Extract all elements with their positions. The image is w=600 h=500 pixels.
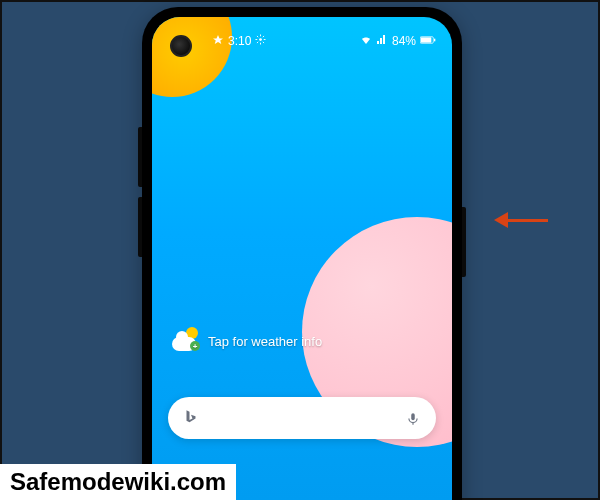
wifi-icon	[360, 34, 372, 49]
punch-hole-camera	[170, 35, 192, 57]
watermark: Safemodewiki.com	[0, 464, 236, 500]
tutorial-frame: 3:10 84%	[0, 0, 600, 500]
power-button[interactable]	[462, 207, 466, 277]
phone-screen[interactable]: 3:10 84%	[152, 17, 452, 500]
volume-down-button[interactable]	[138, 197, 142, 257]
status-bar[interactable]: 3:10 84%	[152, 29, 452, 53]
pointer-arrow	[494, 212, 548, 228]
battery-percent: 84%	[392, 34, 416, 48]
settings-icon	[255, 34, 266, 48]
bing-icon	[182, 408, 202, 428]
battery-icon	[420, 34, 436, 48]
svg-rect-2	[421, 37, 432, 42]
microphone-icon[interactable]	[406, 410, 422, 426]
weather-label: Tap for weather info	[208, 334, 322, 349]
notification-icon	[212, 34, 224, 49]
weather-cloud-icon: +	[172, 327, 200, 355]
clock-time: 3:10	[228, 34, 251, 48]
volume-up-button[interactable]	[138, 127, 142, 187]
svg-point-0	[259, 38, 262, 41]
svg-rect-4	[411, 413, 415, 420]
svg-rect-3	[434, 39, 435, 42]
status-right: 84%	[360, 34, 436, 49]
weather-widget[interactable]: + Tap for weather info	[172, 327, 322, 355]
search-bar[interactable]	[168, 397, 436, 439]
status-left: 3:10	[212, 34, 266, 49]
signal-icon	[376, 34, 388, 49]
phone-mockup: 3:10 84%	[142, 7, 462, 500]
